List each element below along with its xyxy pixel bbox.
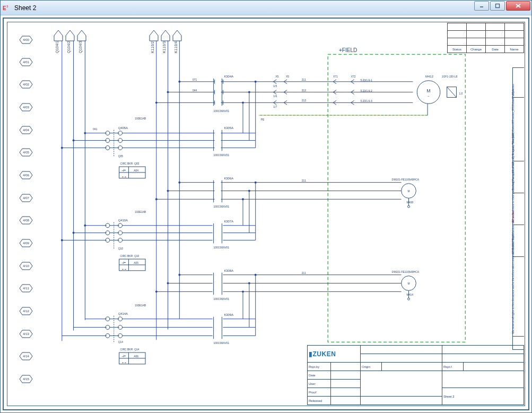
svg-text:X72: X72 <box>351 75 356 78</box>
svg-text:211: 211 <box>302 79 306 81</box>
svg-text:~: ~ <box>428 95 430 98</box>
contactor-k304a: K304A 100C06NV01 <box>213 75 234 113</box>
contactor-k308a: K308A 100C06NV01 <box>214 269 234 300</box>
svg-point-226 <box>178 81 180 83</box>
svg-text:100C06NV01: 100C06NV01 <box>214 154 230 157</box>
svg-text:5.23/1.6-3: 5.23/1.6-3 <box>360 100 372 102</box>
close-button[interactable] <box>506 1 530 11</box>
svg-text:100C06NV01: 100C06NV01 <box>214 298 230 300</box>
svg-point-221 <box>61 239 63 241</box>
svg-text:A05: A05 <box>134 262 138 264</box>
svg-text:CIRC BKR: Q14: CIRC BKR: Q14 <box>120 348 139 351</box>
svg-text:Q05: Q05 <box>118 155 124 158</box>
switch-q410a: Q410A 193E1AB Q10 <box>106 211 146 250</box>
svg-text:100C06NV01: 100C06NV01 <box>214 110 230 113</box>
svg-point-220 <box>84 132 86 134</box>
motor-m412: M ~ M412 1GF1-150-L8 1,0 <box>417 75 463 104</box>
svg-text:CIRC BKR: Q10: CIRC BKR: Q10 <box>120 255 139 257</box>
svg-text:K308A: K308A <box>224 269 233 272</box>
svg-point-230 <box>155 290 158 292</box>
svg-text:K304A: K304A <box>224 75 233 78</box>
zuken-logo: ▮ZUKEN <box>309 350 336 358</box>
svg-text:⊣⊢: ⊣⊢ <box>121 355 126 358</box>
contactor-k305a: K305A 100C06NV01 <box>213 126 234 157</box>
svg-text:⫠⫠: ⫠⫠ <box>121 175 127 178</box>
svg-text:071: 071 <box>193 79 197 81</box>
svg-text:K306A: K306A <box>224 177 233 180</box>
svg-point-229 <box>178 182 180 184</box>
svg-point-231 <box>167 282 169 285</box>
field-boundary <box>328 54 465 342</box>
svg-text:212: 212 <box>302 89 306 92</box>
svg-point-235 <box>255 81 257 83</box>
sheet-frame: 4/00 4/01 4/02 4/03 4/04 4/05 4/06 4/07 … <box>3 18 529 410</box>
svg-text:5.23/1.6-2: 5.23/1.6-2 <box>360 90 372 92</box>
contactor-k309a: K309A 100C06NV01 <box>214 313 234 345</box>
svg-text:Q10: Q10 <box>118 247 124 250</box>
svg-text:K307A: K307A <box>224 220 233 223</box>
svg-text:⊣⊢: ⊣⊢ <box>121 261 126 264</box>
svg-text:⫠⫠: ⫠⫠ <box>121 361 127 364</box>
svg-text:1/7: 1/7 <box>273 106 277 108</box>
group-1: 071 044 K304A 100C06NV01 <box>62 75 463 178</box>
maximize-button[interactable] <box>490 1 505 11</box>
svg-text:1,0: 1,0 <box>459 92 463 95</box>
svg-text:100C06NV01: 100C06NV01 <box>214 246 230 249</box>
svg-text:193E1AB: 193E1AB <box>135 304 146 307</box>
svg-text:DM101-FE1106A8HCA: DM101-FE1106A8HCA <box>392 178 420 181</box>
svg-text:Q414A: Q414A <box>118 312 128 315</box>
svg-point-233 <box>242 101 244 104</box>
svg-text:M414: M414 <box>407 294 414 296</box>
titleblock: ▮ZUKEN Rspt.byOriginRspt.f. Date User Pr… <box>307 345 524 405</box>
svg-text:100C06NV01: 100C06NV01 <box>214 342 230 345</box>
svg-point-225 <box>167 91 169 93</box>
svg-text:M: M <box>407 190 409 193</box>
svg-point-222 <box>73 232 75 234</box>
svg-text:A06: A06 <box>134 355 138 358</box>
svg-point-232 <box>178 274 180 276</box>
svg-text:K305A: K305A <box>224 126 233 130</box>
svg-text:X71: X71 <box>333 75 338 78</box>
contactor-k307a: K307A 100C06NV01 <box>214 220 234 249</box>
svg-text:213: 213 <box>302 99 306 102</box>
svg-point-140 <box>408 205 410 208</box>
svg-point-236 <box>242 198 244 200</box>
svg-point-227 <box>155 198 158 200</box>
svg-text:1/6: 1/6 <box>273 95 277 98</box>
svg-text:M: M <box>426 88 430 93</box>
svg-point-219 <box>73 140 75 142</box>
svg-text:PE: PE <box>261 118 265 121</box>
breaker-q14: CIRC BKR: Q14 A06 ⊣⊢ ⫠⫠ <box>119 348 145 364</box>
svg-point-240 <box>248 282 250 285</box>
svg-text:E: E <box>3 5 6 11</box>
client-area: 4/00 4/01 4/02 4/03 4/04 4/05 4/06 4/07 … <box>1 15 531 412</box>
svg-text:M: M <box>407 283 409 286</box>
svg-text:Q405A: Q405A <box>118 126 128 130</box>
svg-point-223 <box>84 225 86 227</box>
svg-text:M412: M412 <box>425 75 433 78</box>
svg-text:A04: A04 <box>134 169 138 172</box>
svg-text:1GF1-150-L8: 1GF1-150-L8 <box>442 75 458 78</box>
svg-text:K309A: K309A <box>224 313 233 316</box>
svg-text:Q410A: Q410A <box>118 219 128 222</box>
svg-text:193E1AB: 193E1AB <box>135 211 146 213</box>
side-info: E3.series C:\Program Files (x86)\Zuken\E… <box>512 67 524 350</box>
switch-q405a: Q405A 193E1AB Q05 <box>106 117 146 158</box>
svg-line-87 <box>447 87 457 98</box>
svg-text:211: 211 <box>302 272 306 274</box>
svg-text:X5: X5 <box>286 75 289 78</box>
titlebar[interactable]: E3 Sheet 2 <box>1 1 531 15</box>
svg-text:X5: X5 <box>275 75 278 78</box>
svg-point-218 <box>61 147 63 149</box>
svg-point-237 <box>248 190 250 192</box>
svg-point-224 <box>155 101 158 104</box>
svg-point-241 <box>255 274 257 276</box>
junction-x5: X5 X5 1/5 1/6 1/7 211 212 213 <box>273 75 306 108</box>
svg-rect-3 <box>496 4 500 8</box>
switch-q414a: Q414A 193E1AB Q14 <box>106 304 146 343</box>
svg-point-228 <box>167 190 169 192</box>
drawing-canvas[interactable]: 4/00 4/01 4/02 4/03 4/04 4/05 4/06 4/07 … <box>10 25 522 403</box>
minimize-button[interactable] <box>474 1 489 11</box>
svg-point-234 <box>248 91 250 93</box>
svg-text:CIRC BKR: Q05: CIRC BKR: Q05 <box>120 162 139 165</box>
